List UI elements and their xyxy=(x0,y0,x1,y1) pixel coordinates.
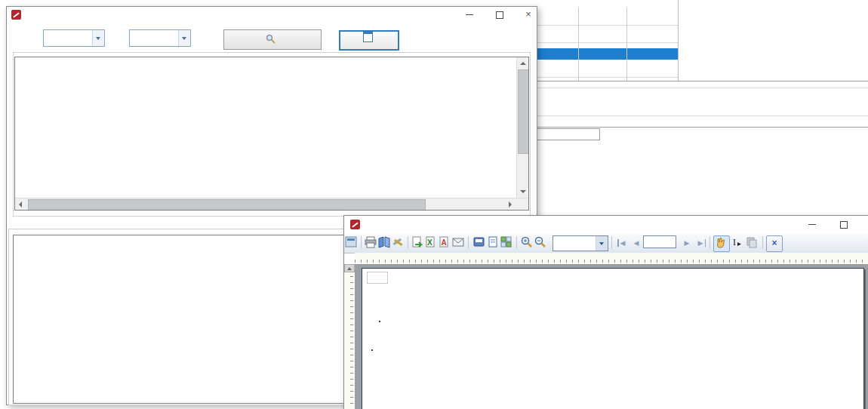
horizontal-scrollbar[interactable] xyxy=(15,198,528,211)
chevron-down-icon[interactable] xyxy=(178,30,190,46)
maximize-button[interactable] xyxy=(838,218,850,230)
excel-icon[interactable]: X xyxy=(424,235,439,251)
report-toolbar: X A ◀ ◀ ▶ ▶ I × xyxy=(344,233,868,254)
first-page-button[interactable]: ◀ xyxy=(615,235,630,251)
zoom-level-combobox[interactable] xyxy=(553,235,608,251)
vertical-scroll-thumb[interactable] xyxy=(518,69,529,154)
svg-text:A: A xyxy=(442,238,447,247)
titlebar[interactable]: × xyxy=(7,7,537,23)
preview-area[interactable] xyxy=(344,264,868,409)
window-form-icon xyxy=(363,32,373,42)
zoom-out-icon[interactable] xyxy=(534,235,549,251)
multi-page-icon[interactable] xyxy=(500,235,515,251)
print-setup-icon[interactable] xyxy=(472,235,488,251)
svg-text:I: I xyxy=(733,237,736,248)
page-icon[interactable] xyxy=(486,235,501,251)
payable-table-body xyxy=(14,257,355,403)
book-icon[interactable] xyxy=(377,235,392,251)
to-date-combobox[interactable] xyxy=(129,29,191,47)
vertical-ruler xyxy=(344,264,356,409)
scroll-left-button[interactable] xyxy=(15,198,27,211)
payable-table-header[interactable] xyxy=(14,235,355,257)
inbound-detail-button[interactable] xyxy=(339,30,399,51)
chevron-down-icon[interactable] xyxy=(596,236,608,251)
scroll-down-button[interactable] xyxy=(517,186,529,198)
maximize-button[interactable] xyxy=(494,8,506,20)
app-icon xyxy=(11,10,21,20)
minimize-button[interactable] xyxy=(806,218,818,230)
close-preview-icon[interactable]: × xyxy=(766,235,783,252)
payable-table xyxy=(13,235,356,404)
vertical-scrollbar[interactable] xyxy=(516,57,529,198)
page-indicator[interactable] xyxy=(643,235,676,248)
report-detail-table xyxy=(371,349,373,351)
svg-text:X: X xyxy=(427,238,432,247)
scroll-right-button[interactable] xyxy=(504,198,516,211)
horizontal-ruler xyxy=(355,253,868,265)
settings-icon[interactable] xyxy=(391,235,406,251)
text-select-tool-icon[interactable]: I xyxy=(730,235,745,251)
report-print-window: × X A ◀ ◀ ▶ ▶ I × xyxy=(343,215,868,409)
page-margin-mark xyxy=(367,272,388,284)
detail-table-header[interactable] xyxy=(15,57,528,72)
payable-detail-table xyxy=(14,57,529,211)
hand-tool-icon[interactable] xyxy=(713,235,730,252)
detail-table-body xyxy=(15,72,516,198)
last-page-button[interactable]: ▶ xyxy=(693,235,708,251)
export-icon[interactable] xyxy=(411,235,426,251)
chevron-down-icon[interactable] xyxy=(92,30,104,46)
report-info-table xyxy=(379,321,380,322)
ruler-scroll-button[interactable] xyxy=(344,264,355,272)
minimize-button[interactable] xyxy=(463,8,476,20)
report-page xyxy=(362,268,864,409)
copy-tool-icon[interactable] xyxy=(745,235,760,251)
mail-icon[interactable] xyxy=(451,235,466,251)
next-page-button[interactable]: ▶ xyxy=(679,235,694,251)
pdf-icon[interactable]: A xyxy=(438,235,453,251)
app-icon xyxy=(350,220,360,229)
query-button[interactable] xyxy=(223,29,322,50)
preview-icon[interactable] xyxy=(345,235,360,251)
search-icon xyxy=(266,34,275,44)
prev-page-button[interactable]: ◀ xyxy=(629,235,644,251)
zoom-in-icon[interactable] xyxy=(520,235,535,251)
close-button[interactable]: × xyxy=(522,8,534,20)
print-icon[interactable] xyxy=(364,235,379,251)
titlebar[interactable]: × xyxy=(344,216,868,233)
horizontal-scroll-thumb[interactable] xyxy=(28,199,426,211)
from-date-combobox[interactable] xyxy=(43,29,105,47)
scroll-up-button[interactable] xyxy=(517,57,529,69)
